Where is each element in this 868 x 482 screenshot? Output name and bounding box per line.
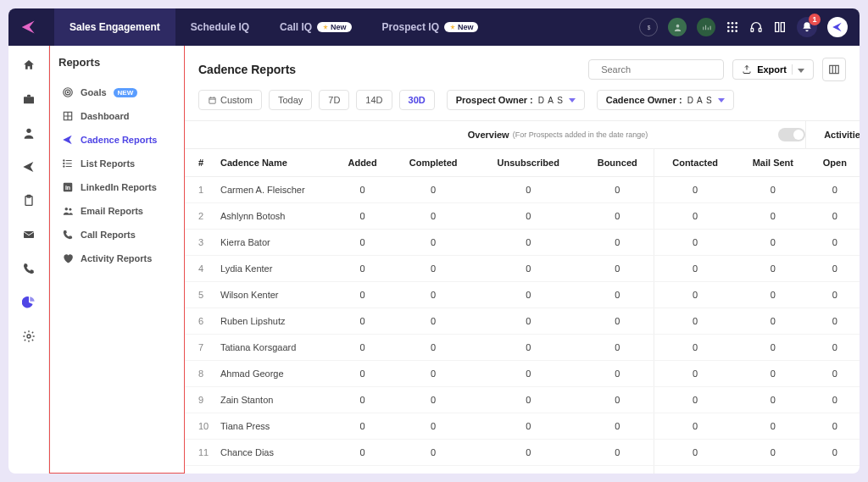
table-row[interactable]: 1 Carmen A. Fleischer 0 0 0 0 0 0 0 — [185, 177, 860, 203]
svg-point-18 — [27, 335, 31, 338]
date-filter-today[interactable]: Today — [269, 90, 312, 110]
table-section-header: Overview (For Prospects added in the dat… — [185, 121, 860, 149]
date-filter-custom[interactable]: Custom — [198, 90, 262, 110]
rail-mail-icon[interactable] — [19, 225, 38, 244]
new-badge: New — [444, 22, 479, 32]
overview-toggle[interactable] — [778, 128, 805, 141]
reports-item-list-reports[interactable]: List Reports — [58, 152, 175, 175]
reports-item-activity-reports[interactable]: Activity Reports — [58, 247, 175, 270]
list-icon — [62, 158, 74, 169]
table-row[interactable]: 6 Ruben Lipshutz 0 0 0 0 0 0 0 — [185, 308, 860, 335]
linkedin-icon: in — [62, 181, 74, 193]
col-open[interactable]: Open — [810, 149, 860, 177]
rail-phone-icon[interactable] — [19, 259, 38, 278]
export-label: Export — [757, 64, 787, 75]
reports-item-cadence-reports[interactable]: Cadence Reports — [58, 128, 175, 152]
notifications-icon[interactable]: 1 — [797, 17, 817, 37]
headset-icon[interactable] — [749, 20, 763, 34]
col-added[interactable]: Added — [334, 149, 391, 177]
table-row[interactable]: 12 Roger Baptista 0 0 0 0 0 0 0 — [185, 466, 860, 474]
calendar-icon — [208, 96, 217, 105]
page-title: Cadence Reports — [198, 63, 296, 76]
svg-point-7 — [735, 26, 737, 29]
brand-avatar-icon[interactable] — [827, 17, 848, 37]
search-input-wrap[interactable] — [588, 59, 724, 80]
export-button[interactable]: Export — [732, 59, 814, 80]
table-row[interactable]: 7 Tatiana Korsgaard 0 0 0 0 0 0 0 — [185, 335, 860, 361]
dollar-icon[interactable]: $ — [639, 18, 658, 36]
people-icon — [62, 205, 74, 217]
svg-point-9 — [732, 30, 734, 32]
main-content: Cadence Reports Export CustomToday7D14D3… — [185, 46, 860, 474]
svg-point-6 — [732, 26, 734, 29]
svg-point-23 — [64, 160, 64, 161]
columns-icon[interactable] — [822, 58, 846, 81]
topnav-tabs: Sales EngagementSchedule IQCall IQNewPro… — [54, 8, 493, 46]
tab-sales-engagement[interactable]: Sales Engagement — [54, 8, 175, 46]
col-bounced[interactable]: Bounced — [581, 149, 654, 177]
topnav-utils: $ 1 — [639, 17, 848, 37]
date-filter-14d[interactable]: 14D — [356, 90, 392, 110]
rail-clipboard-icon[interactable] — [19, 191, 38, 210]
cadence-table: # Cadence Name Added Completed Unsubscri… — [185, 149, 860, 474]
table-row[interactable]: 10 Tiana Press 0 0 0 0 0 0 0 — [185, 413, 860, 440]
svg-point-24 — [64, 163, 64, 163]
analytics-icon[interactable] — [697, 18, 715, 36]
filter-prospect-owner-[interactable]: Prospect Owner :D A S — [447, 90, 585, 110]
tab-prospect-iq[interactable]: Prospect IQNew — [367, 8, 494, 46]
col-mail-sent[interactable]: Mail Sent — [736, 149, 810, 177]
rail-home-icon[interactable] — [19, 56, 38, 75]
rail-briefcase-icon[interactable] — [19, 90, 38, 108]
rail-reports-icon[interactable] — [19, 293, 38, 312]
col-contacted[interactable]: Contacted — [654, 149, 736, 177]
table-row[interactable]: 5 Wilson Kenter 0 0 0 0 0 0 0 — [185, 282, 860, 308]
svg-rect-13 — [24, 97, 34, 103]
reports-item-linkedin-reports[interactable]: inLinkedIn Reports — [58, 175, 175, 199]
col-name[interactable]: Cadence Name — [215, 149, 334, 177]
date-filter-7d[interactable]: 7D — [319, 90, 349, 110]
table-row[interactable]: 3 Kierra Bator 0 0 0 0 0 0 0 — [185, 230, 860, 256]
svg-point-29 — [69, 208, 71, 211]
reports-panel-title: Reports — [58, 56, 175, 69]
col-unsubscribed[interactable]: Unsubscribed — [476, 149, 581, 177]
reports-item-call-reports[interactable]: Call Reports — [58, 223, 175, 247]
reports-panel: Reports GoalsNEWDashboardCadence Reports… — [49, 46, 185, 474]
table-row[interactable]: 2 Ashlynn Botosh 0 0 0 0 0 0 0 — [185, 203, 860, 230]
icon-rail — [8, 46, 49, 474]
rail-settings-icon[interactable] — [19, 327, 38, 346]
tab-schedule-iq[interactable]: Schedule IQ — [175, 8, 264, 46]
col-completed[interactable]: Completed — [391, 149, 476, 177]
svg-point-5 — [727, 26, 730, 29]
date-filter-30d[interactable]: 30D — [399, 90, 435, 110]
table-row[interactable]: 9 Zain Stanton 0 0 0 0 0 0 0 — [185, 387, 860, 413]
user-avatar-icon[interactable] — [668, 18, 687, 36]
reports-item-goals[interactable]: GoalsNEW — [58, 80, 175, 104]
notification-badge: 1 — [809, 14, 821, 25]
reports-item-dashboard[interactable]: Dashboard — [58, 104, 175, 128]
table-scroll[interactable]: Overview (For Prospects added in the dat… — [185, 120, 860, 474]
book-icon[interactable] — [773, 20, 787, 34]
svg-text:in: in — [65, 185, 70, 191]
svg-point-1 — [676, 24, 679, 27]
svg-point-4 — [735, 22, 737, 25]
rail-contact-icon[interactable] — [19, 124, 38, 142]
filter-cadence-owner-[interactable]: Cadence Owner :D A S — [597, 90, 734, 110]
rail-send-icon[interactable] — [19, 158, 38, 176]
table-row[interactable]: 11 Chance Dias 0 0 0 0 0 0 0 — [185, 440, 860, 466]
search-input[interactable] — [601, 64, 718, 75]
svg-point-21 — [67, 91, 68, 92]
svg-text:$: $ — [647, 24, 650, 30]
send-icon — [62, 134, 74, 146]
svg-point-8 — [727, 30, 730, 32]
top-nav: Sales EngagementSchedule IQCall IQNewPro… — [8, 8, 860, 46]
tab-call-iq[interactable]: Call IQNew — [264, 8, 367, 46]
col-index: # — [185, 149, 215, 177]
dialpad-icon[interactable] — [726, 20, 739, 34]
svg-rect-31 — [830, 65, 839, 73]
table-row[interactable]: 8 Ahmad George 0 0 0 0 0 0 0 — [185, 361, 860, 387]
reports-item-email-reports[interactable]: Email Reports — [58, 199, 175, 223]
svg-point-25 — [64, 166, 64, 167]
svg-point-14 — [26, 129, 31, 133]
brand-logo-icon — [20, 19, 37, 36]
table-row[interactable]: 4 Lydia Kenter 0 0 0 0 0 0 0 — [185, 256, 860, 282]
